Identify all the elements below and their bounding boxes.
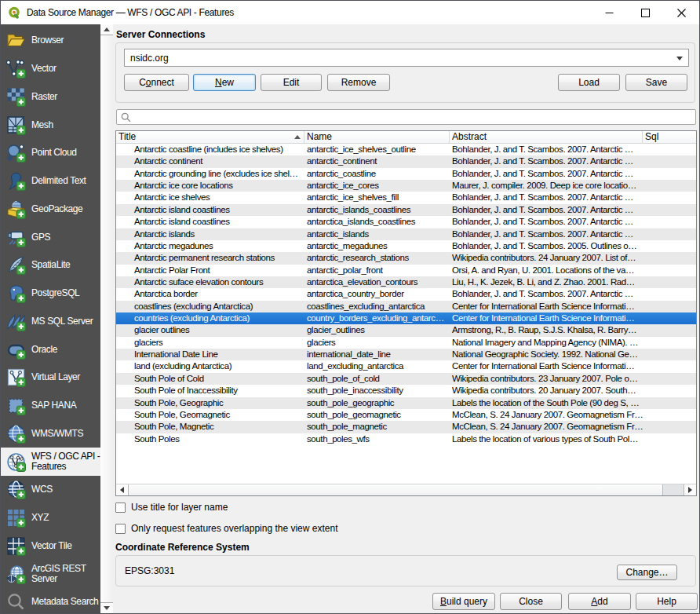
sidebar-item-browser[interactable]: Browser xyxy=(1,27,100,55)
sidebar-item-oracle[interactable]: Oracle xyxy=(1,335,100,364)
table-row-antarctic-islands-coastlines[interactable]: Antarctic island coastlinesantarctic_isl… xyxy=(116,204,696,216)
cell-abstract: Wikipedia contributors. 20 January 2007.… xyxy=(450,385,643,397)
save-button[interactable]: Save xyxy=(625,74,687,91)
chevron-down-icon xyxy=(676,57,683,60)
sidebar-item-point-cloud[interactable]: Point Cloud xyxy=(1,139,100,167)
crs-value: EPSG:3031 xyxy=(125,565,174,576)
sidebar-item-gps[interactable]: GPS xyxy=(1,223,100,251)
sidebar-item-delimited-text[interactable]: Delimited Text xyxy=(1,167,100,196)
table-row-antarctic-ice-shelves-fill[interactable]: Antarctic ice shelvesantarctic_ice_shelv… xyxy=(116,192,696,203)
sidebar-item-mesh[interactable]: Mesh xyxy=(1,111,100,139)
table-row-glaciers[interactable]: glaciersglaciersNational Imagery and Map… xyxy=(116,337,696,349)
change-crs-button[interactable]: Change… xyxy=(617,565,677,580)
edit-button[interactable]: Edit xyxy=(261,74,322,91)
remove-button[interactable]: Remove xyxy=(327,74,390,91)
window-title: Data Source Manager — WFS / OGC API - Fe… xyxy=(27,7,234,18)
sidebar-scrollbar[interactable] xyxy=(100,24,113,613)
table-row-country-borders-excluding-antarc[interactable]: countries (excluding Antarctica)country_… xyxy=(116,312,696,324)
table-row-antarctica-islands-coastlines[interactable]: Antarctic island coastlinesantarctica_is… xyxy=(116,216,696,228)
sidebar-item-xyz[interactable]: XYZ xyxy=(1,504,100,532)
connection-combobox[interactable]: nsidc.org xyxy=(124,49,689,67)
table-row-antarctic-ice-cores[interactable]: Antarctic ice core locationsantarctic_ic… xyxy=(116,180,696,192)
table-row-glacier-outlines[interactable]: glacier outlinesglacier_outlinesArmstron… xyxy=(116,324,696,336)
minimize-button[interactable] xyxy=(591,1,627,24)
table-row-coastlines-excluding-antarctica[interactable]: coastlines (excluding Antarctica)coastli… xyxy=(116,301,696,312)
source-type-sidebar: BrowserVectorRasterMeshPoint CloudDelimi… xyxy=(1,24,100,613)
use-title-checkbox[interactable] xyxy=(115,503,126,513)
cell-abstract: Bohlander, J. and T. Scambos. 2007. Anta… xyxy=(450,192,643,203)
new-button[interactable]: New xyxy=(193,74,256,91)
help-button[interactable]: Help xyxy=(636,593,698,610)
table-row-south-pole-of-cold[interactable]: South Pole of Coldsouth_pole_of_coldWiki… xyxy=(116,373,696,385)
table-row-south-pole-inaccessibility[interactable]: South Pole of Inaccessibilitysouth_pole_… xyxy=(116,385,696,397)
sidebar-item-geopackage[interactable]: GeoPackage xyxy=(1,196,100,224)
column-header-abstract[interactable]: Abstract xyxy=(450,131,643,143)
sidebar-scroll-up-button[interactable] xyxy=(100,24,113,35)
table-row-south-pole-magnetic[interactable]: South Pole, Magneticsouth_pole_magneticM… xyxy=(116,421,696,433)
add-button[interactable]: Add xyxy=(568,593,631,610)
table-row-antarctic-research-stations[interactable]: Antarctic permanent research stationsant… xyxy=(116,252,696,264)
table-row-antarctica-elevation-contours[interactable]: Antarctic suface elevation contoursantar… xyxy=(116,276,696,288)
table-row-international-date-line[interactable]: International Date Lineinternational_dat… xyxy=(116,349,696,360)
cell-name: south_pole_geographic xyxy=(304,397,450,409)
table-row-antarctica-country-border[interactable]: Antarctica borderantarctica_country_bord… xyxy=(116,288,696,300)
table-body: Antarctic coastline (includes ice shelve… xyxy=(116,144,696,445)
cell-name: south_poles_wfs xyxy=(304,433,450,445)
maximize-button[interactable] xyxy=(627,1,663,24)
table-row-land-excluding-antarctica[interactable]: land (excluding Antarctica)land_excludin… xyxy=(116,360,696,372)
sidebar-item-label: Virtual Layer xyxy=(31,372,80,382)
column-header-title[interactable]: Title xyxy=(116,131,304,143)
scroll-right-button[interactable] xyxy=(684,484,696,495)
table-row-south-pole-geographic[interactable]: South Pole, Geographicsouth_pole_geograp… xyxy=(116,397,696,409)
sidebar-item-ms-sql-server[interactable]: MS SQL Server xyxy=(1,308,100,336)
table-row-antarctic-ice-shelves-outline[interactable]: Antarctic coastline (includes ice shelve… xyxy=(116,144,696,155)
table-row-south-poles-wfs[interactable]: South Polessouth_poles_wfsLabels the loc… xyxy=(116,433,696,445)
column-header-name[interactable]: Name xyxy=(304,131,450,143)
sidebar-item-wfs-ogc-api-features[interactable]: WFS / OGC API - Features xyxy=(1,448,100,476)
cell-abstract: Maurer, J. compiler. 2009. Deep ice core… xyxy=(450,180,643,192)
close-button[interactable] xyxy=(663,1,699,24)
search-magnifier-icon xyxy=(121,112,131,122)
sidebar-scrollbar-thumb[interactable] xyxy=(100,35,113,602)
only-overlapping-checkbox[interactable] xyxy=(115,524,126,534)
sidebar-item-virtual-layer[interactable]: Virtual Layer xyxy=(1,364,100,392)
table-row-antarctic-islands[interactable]: Antarctic islandsantarctic_islandsBohlan… xyxy=(116,228,696,240)
table-row-antarctic-polar-front[interactable]: Antarctic Polar Frontantarctic_polar_fro… xyxy=(116,265,696,276)
column-header-sql[interactable]: Sql xyxy=(643,131,696,143)
table-row-south-pole-geomagnetic[interactable]: South Pole, Geomagneticsouth_pole_geomag… xyxy=(116,409,696,421)
cell-abstract: Center for International Earth Science I… xyxy=(450,360,643,372)
cell-abstract: McClean, S. 24 January 2007. Geomagnetis… xyxy=(450,421,643,433)
table-row-antarctic-megadunes[interactable]: Antarctic megadunesantarctic_megadunesBo… xyxy=(116,240,696,252)
sidebar-item-arcgis-rest-server[interactable]: ArcGIS REST Server xyxy=(1,560,100,588)
table-horizontal-scrollbar[interactable] xyxy=(116,484,696,495)
sidebar-item-vector[interactable]: Vector xyxy=(1,55,100,83)
sidebar-item-vector-tile[interactable]: Vector Tile xyxy=(1,532,100,561)
cell-abstract: Wikipedia contributors. 23 January 2007.… xyxy=(450,373,643,385)
cell-title: International Date Line xyxy=(116,349,304,360)
sidebar-item-raster[interactable]: Raster xyxy=(1,83,100,111)
connect-button[interactable]: Connect xyxy=(124,74,189,91)
sidebar-item-label: WFS / OGC API - Features xyxy=(31,451,100,472)
sidebar-scroll-down-button[interactable] xyxy=(100,602,113,613)
sidebar-item-wcs[interactable]: WCS xyxy=(1,476,100,504)
table-row-antarctic-coastline[interactable]: Antarctic grounding line (excludes ice s… xyxy=(116,168,696,180)
cell-name: antarctic_ice_shelves_outline xyxy=(304,144,450,155)
delimited-text-icon xyxy=(6,171,26,191)
cell-name: coastlines_excluding_antarctica xyxy=(304,301,450,312)
sidebar-item-postgresql[interactable]: PostgreSQL xyxy=(1,280,100,308)
build-query-button[interactable]: Build query xyxy=(432,593,495,610)
sidebar-item-label: PostgreSQL xyxy=(31,288,79,298)
cell-abstract: Liu, H., K. Jezek, B. Li, and Z. Zhao. 2… xyxy=(450,276,643,288)
sidebar-item-wms-wmts[interactable]: WMS/WMTS xyxy=(1,420,100,448)
cell-name: antarctica_elevation_contours xyxy=(304,276,450,288)
sidebar-item-spatialite[interactable]: SpatiaLite xyxy=(1,251,100,280)
table-scrollbar-thumb[interactable] xyxy=(129,484,663,495)
table-row-antarctic-continent[interactable]: Antarctic continentantarctic_continentBo… xyxy=(116,155,696,167)
option-only-overlapping: Only request features overlapping the vi… xyxy=(115,524,337,534)
load-button[interactable]: Load xyxy=(558,74,620,91)
close-button[interactable]: Close xyxy=(500,593,562,610)
sidebar-item-sap-hana[interactable]: SAP HANA xyxy=(1,392,100,420)
scroll-left-button[interactable] xyxy=(116,484,129,495)
search-input[interactable] xyxy=(134,111,695,123)
sidebar-item-metadata-search[interactable]: Metadata Search xyxy=(1,588,100,613)
